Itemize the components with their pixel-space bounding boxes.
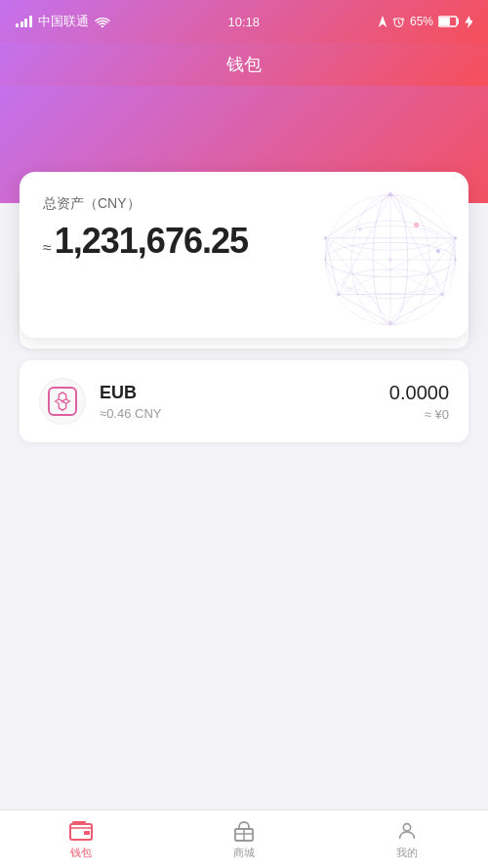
eub-amount: 0.0000 xyxy=(389,382,449,404)
svg-point-32 xyxy=(337,293,341,297)
coin-item-eub[interactable]: EUB ≈0.46 CNY 0.0000 ≈ ¥0 xyxy=(20,360,468,442)
svg-point-40 xyxy=(358,227,362,231)
svg-rect-3 xyxy=(439,18,450,25)
battery-label: 65% xyxy=(410,15,433,28)
svg-point-36 xyxy=(324,259,327,262)
profile-nav-icon xyxy=(395,819,419,843)
svg-point-31 xyxy=(454,236,458,240)
page-title: 钱包 xyxy=(226,53,262,76)
svg-point-37 xyxy=(454,259,457,262)
sphere-decoration xyxy=(303,182,468,338)
nav-label-wallet: 钱包 xyxy=(70,846,92,860)
approx-symbol: ≈ xyxy=(43,239,51,256)
bottom-nav: 钱包 商城 我的 xyxy=(0,809,488,868)
svg-line-23 xyxy=(390,194,442,294)
wallet-nav-icon xyxy=(69,819,93,843)
svg-point-33 xyxy=(441,293,445,297)
eub-yen-value: ≈ ¥0 xyxy=(389,407,449,422)
status-bar: 中国联通 10:18 65% xyxy=(0,0,488,43)
wifi-icon xyxy=(95,16,110,27)
eub-cny-price: ≈0.46 CNY xyxy=(100,406,389,421)
alarm-icon xyxy=(392,16,405,28)
svg-point-34 xyxy=(388,321,392,325)
svg-line-11 xyxy=(325,194,390,237)
shop-nav-icon xyxy=(232,819,256,843)
svg-point-30 xyxy=(324,236,328,240)
nav-item-shop[interactable]: 商城 xyxy=(163,819,326,860)
nav-label-shop: 商城 xyxy=(233,846,255,860)
svg-point-29 xyxy=(388,192,392,196)
nav-item-profile[interactable]: 我的 xyxy=(325,819,488,860)
amount-value: 1,231,676.25 xyxy=(55,221,248,261)
svg-point-0 xyxy=(101,25,103,27)
location-icon xyxy=(378,16,387,27)
eub-balance: 0.0000 ≈ ¥0 xyxy=(389,382,449,422)
wallet-card: 总资产（CNY） ≈1,231,676.25 xyxy=(20,172,468,338)
eub-name: EUB xyxy=(100,383,389,403)
eub-icon-inner xyxy=(48,387,77,416)
nav-label-profile: 我的 xyxy=(396,846,418,860)
svg-line-12 xyxy=(390,194,456,237)
wallet-card-wrapper: 总资产（CNY） ≈1,231,676.25 xyxy=(20,172,468,338)
carrier-label: 中国联通 xyxy=(38,13,89,30)
main-content: 总资产（CNY） ≈1,231,676.25 xyxy=(0,86,488,809)
svg-point-35 xyxy=(388,258,392,262)
svg-point-53 xyxy=(403,823,410,830)
svg-point-47 xyxy=(61,399,65,404)
page-header: 钱包 xyxy=(0,43,488,86)
charging-icon xyxy=(465,16,472,28)
svg-line-22 xyxy=(339,194,390,294)
signal-icon xyxy=(16,16,32,27)
status-left: 中国联通 xyxy=(16,13,110,30)
eub-icon xyxy=(39,378,86,425)
svg-rect-49 xyxy=(84,831,90,835)
status-right: 65% xyxy=(378,15,472,28)
svg-point-38 xyxy=(414,223,419,227)
time-label: 10:18 xyxy=(227,15,260,29)
svg-point-39 xyxy=(436,249,440,253)
nav-item-wallet[interactable]: 钱包 xyxy=(0,819,163,860)
eub-info: EUB ≈0.46 CNY xyxy=(100,383,389,421)
battery-icon xyxy=(438,16,460,27)
